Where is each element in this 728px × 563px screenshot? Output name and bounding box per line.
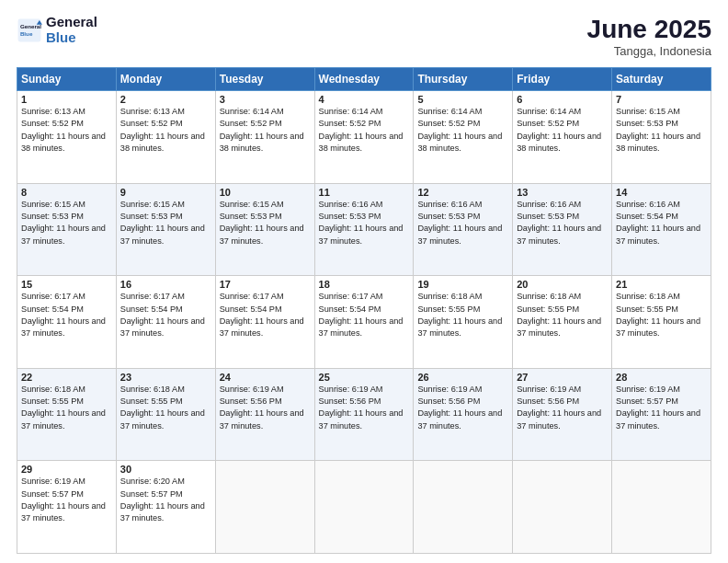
table-row	[612, 461, 711, 554]
col-tuesday: Tuesday	[215, 68, 314, 91]
day-number: 8	[21, 187, 112, 198]
day-info: Sunrise: 6:16 AMSunset: 5:53 PMDaylight:…	[517, 199, 608, 247]
day-info: Sunrise: 6:19 AMSunset: 5:56 PMDaylight:…	[319, 384, 410, 432]
day-number: 5	[417, 94, 508, 105]
col-sunday: Sunday	[17, 68, 117, 91]
day-number: 12	[417, 187, 508, 198]
table-row: 25Sunrise: 6:19 AMSunset: 5:56 PMDayligh…	[314, 368, 414, 461]
table-row: 27Sunrise: 6:19 AMSunset: 5:56 PMDayligh…	[513, 368, 612, 461]
day-info: Sunrise: 6:13 AMSunset: 5:52 PMDaylight:…	[21, 106, 112, 155]
day-info: Sunrise: 6:15 AMSunset: 5:53 PMDaylight:…	[120, 199, 211, 247]
header: General Blue General Blue June 2025 Tang…	[17, 15, 711, 58]
day-number: 15	[21, 279, 112, 290]
day-number: 19	[417, 279, 508, 290]
table-row: 12Sunrise: 6:16 AMSunset: 5:53 PMDayligh…	[414, 183, 513, 276]
table-row: 29Sunrise: 6:19 AMSunset: 5:57 PMDayligh…	[17, 461, 117, 554]
table-row: 11Sunrise: 6:16 AMSunset: 5:53 PMDayligh…	[314, 183, 414, 276]
day-info: Sunrise: 6:17 AMSunset: 5:54 PMDaylight:…	[21, 291, 112, 339]
day-number: 18	[319, 279, 410, 290]
table-row: 19Sunrise: 6:18 AMSunset: 5:55 PMDayligh…	[414, 276, 513, 369]
table-row: 20Sunrise: 6:18 AMSunset: 5:55 PMDayligh…	[513, 276, 612, 369]
day-number: 11	[319, 187, 410, 198]
day-info: Sunrise: 6:18 AMSunset: 5:55 PMDaylight:…	[517, 291, 608, 339]
table-row: 10Sunrise: 6:15 AMSunset: 5:53 PMDayligh…	[215, 183, 314, 276]
table-row: 6Sunrise: 6:14 AMSunset: 5:52 PMDaylight…	[513, 91, 612, 184]
day-number: 24	[220, 372, 311, 383]
logo: General Blue General Blue	[17, 15, 97, 45]
day-info: Sunrise: 6:18 AMSunset: 5:55 PMDaylight:…	[21, 384, 112, 432]
day-info: Sunrise: 6:17 AMSunset: 5:54 PMDaylight:…	[319, 291, 410, 339]
table-row: 16Sunrise: 6:17 AMSunset: 5:54 PMDayligh…	[116, 276, 215, 369]
table-row: 3Sunrise: 6:14 AMSunset: 5:52 PMDaylight…	[215, 91, 314, 184]
col-saturday: Saturday	[612, 68, 711, 91]
day-info: Sunrise: 6:14 AMSunset: 5:52 PMDaylight:…	[319, 106, 410, 155]
day-number: 30	[120, 464, 211, 475]
day-info: Sunrise: 6:15 AMSunset: 5:53 PMDaylight:…	[21, 199, 112, 247]
day-number: 16	[120, 279, 211, 290]
table-row: 17Sunrise: 6:17 AMSunset: 5:54 PMDayligh…	[215, 276, 314, 369]
table-row: 28Sunrise: 6:19 AMSunset: 5:57 PMDayligh…	[612, 368, 711, 461]
table-row: 15Sunrise: 6:17 AMSunset: 5:54 PMDayligh…	[17, 276, 117, 369]
title-block: June 2025 Tangga, Indonesia	[587, 15, 711, 58]
table-row: 9Sunrise: 6:15 AMSunset: 5:53 PMDaylight…	[116, 183, 215, 276]
table-row	[215, 461, 314, 554]
day-info: Sunrise: 6:13 AMSunset: 5:52 PMDaylight:…	[120, 106, 211, 155]
day-number: 20	[517, 279, 608, 290]
day-number: 23	[120, 372, 211, 383]
day-info: Sunrise: 6:16 AMSunset: 5:53 PMDaylight:…	[319, 199, 410, 247]
day-number: 27	[517, 372, 608, 383]
col-thursday: Thursday	[414, 68, 513, 91]
day-number: 7	[616, 94, 707, 105]
day-info: Sunrise: 6:19 AMSunset: 5:56 PMDaylight:…	[517, 384, 608, 432]
table-row: 7Sunrise: 6:15 AMSunset: 5:53 PMDaylight…	[612, 91, 711, 184]
day-number: 9	[120, 187, 211, 198]
day-number: 26	[417, 372, 508, 383]
col-monday: Monday	[116, 68, 215, 91]
day-info: Sunrise: 6:16 AMSunset: 5:54 PMDaylight:…	[616, 199, 707, 247]
calendar-table: Sunday Monday Tuesday Wednesday Thursday…	[17, 67, 711, 554]
table-row: 5Sunrise: 6:14 AMSunset: 5:52 PMDaylight…	[414, 91, 513, 184]
table-row: 24Sunrise: 6:19 AMSunset: 5:56 PMDayligh…	[215, 368, 314, 461]
table-row: 21Sunrise: 6:18 AMSunset: 5:55 PMDayligh…	[612, 276, 711, 369]
location: Tangga, Indonesia	[587, 44, 711, 58]
day-number: 1	[21, 94, 112, 105]
svg-text:Blue: Blue	[20, 30, 33, 37]
day-info: Sunrise: 6:17 AMSunset: 5:54 PMDaylight:…	[120, 291, 211, 339]
day-info: Sunrise: 6:20 AMSunset: 5:57 PMDaylight:…	[120, 476, 211, 524]
table-row: 13Sunrise: 6:16 AMSunset: 5:53 PMDayligh…	[513, 183, 612, 276]
day-info: Sunrise: 6:18 AMSunset: 5:55 PMDaylight:…	[120, 384, 211, 432]
table-row: 23Sunrise: 6:18 AMSunset: 5:55 PMDayligh…	[116, 368, 215, 461]
day-number: 29	[21, 464, 112, 475]
day-number: 10	[220, 187, 311, 198]
day-info: Sunrise: 6:14 AMSunset: 5:52 PMDaylight:…	[517, 106, 608, 155]
table-row: 14Sunrise: 6:16 AMSunset: 5:54 PMDayligh…	[612, 183, 711, 276]
day-number: 6	[517, 94, 608, 105]
day-info: Sunrise: 6:14 AMSunset: 5:52 PMDaylight:…	[417, 106, 508, 155]
day-info: Sunrise: 6:19 AMSunset: 5:57 PMDaylight:…	[616, 384, 707, 432]
col-wednesday: Wednesday	[314, 68, 414, 91]
day-info: Sunrise: 6:18 AMSunset: 5:55 PMDaylight:…	[616, 291, 707, 339]
day-number: 17	[220, 279, 311, 290]
table-row: 2Sunrise: 6:13 AMSunset: 5:52 PMDaylight…	[116, 91, 215, 184]
day-info: Sunrise: 6:19 AMSunset: 5:57 PMDaylight:…	[21, 476, 112, 524]
day-info: Sunrise: 6:18 AMSunset: 5:55 PMDaylight:…	[417, 291, 508, 339]
day-info: Sunrise: 6:19 AMSunset: 5:56 PMDaylight:…	[220, 384, 311, 432]
day-number: 13	[517, 187, 608, 198]
day-info: Sunrise: 6:15 AMSunset: 5:53 PMDaylight:…	[616, 106, 707, 155]
logo-text: General Blue	[46, 15, 97, 45]
table-row	[414, 461, 513, 554]
day-number: 14	[616, 187, 707, 198]
day-number: 2	[120, 94, 211, 105]
day-info: Sunrise: 6:15 AMSunset: 5:53 PMDaylight:…	[220, 199, 311, 247]
day-info: Sunrise: 6:19 AMSunset: 5:56 PMDaylight:…	[417, 384, 508, 432]
table-row	[513, 461, 612, 554]
day-info: Sunrise: 6:16 AMSunset: 5:53 PMDaylight:…	[417, 199, 508, 247]
table-row: 30Sunrise: 6:20 AMSunset: 5:57 PMDayligh…	[116, 461, 215, 554]
table-row: 22Sunrise: 6:18 AMSunset: 5:55 PMDayligh…	[17, 368, 117, 461]
table-row: 18Sunrise: 6:17 AMSunset: 5:54 PMDayligh…	[314, 276, 414, 369]
day-number: 22	[21, 372, 112, 383]
table-row	[314, 461, 414, 554]
col-friday: Friday	[513, 68, 612, 91]
day-info: Sunrise: 6:17 AMSunset: 5:54 PMDaylight:…	[220, 291, 311, 339]
month-title: June 2025	[587, 15, 711, 44]
